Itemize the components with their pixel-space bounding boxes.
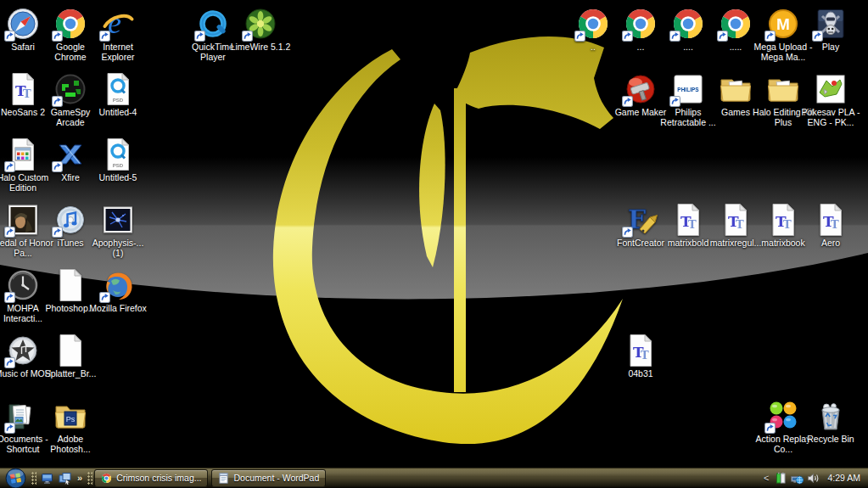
chrome-icon [624,7,658,41]
font-icon: TT [671,203,705,237]
ie-icon: e [101,7,135,41]
shortcut-arrow-icon [622,227,633,238]
gamespy-icon [53,72,87,106]
svg-text:T: T [23,87,31,100]
blankdoc-icon [53,334,87,367]
philips-icon: PHILIPS [671,72,705,106]
pokesav-icon [814,72,848,106]
power-status-icon[interactable] [775,472,787,485]
play-icon [814,7,848,41]
svg-text:T: T [783,218,792,231]
desktop-icon-aero[interactable]: TTAero [800,203,861,248]
shortcut-arrow-icon [812,31,823,42]
halodoc-icon [6,137,40,171]
taskbar-button-wordpad[interactable]: Document - WordPad [211,469,326,487]
desktop-icon-play[interactable]: Play [800,7,861,52]
show-desktop-button[interactable] [40,471,54,485]
shortcut-arrow-icon [622,96,633,107]
network-icon[interactable] [791,472,804,485]
svg-text:T: T [688,218,697,231]
photo-fractal-icon [101,203,135,237]
desktop-icon-limewire-5-1-2[interactable]: LimeWire 5.1.2 [230,7,291,52]
shortcut-arrow-icon [99,31,110,42]
shortcut-arrow-icon [52,96,63,107]
font-icon: TT [624,334,658,367]
desktop-icon-label: Adobe Photosh... [40,434,101,454]
folder-icon [719,72,753,106]
font-icon: TT [719,203,753,237]
font-icon: TT [766,203,800,237]
volume-icon[interactable] [807,472,820,485]
desktop-icon-label: LimeWire 5.1.2 [230,42,291,52]
desktop-icon-internet-explorer[interactable]: eInternet Explorer [87,7,148,62]
fontcreator-icon: F [624,203,658,237]
itunes-icon [53,203,87,237]
safari-icon [6,7,40,41]
shortcut-arrow-icon [99,292,110,303]
folder-ps-icon: Ps [53,399,87,433]
shortcut-arrow-icon [622,31,633,42]
quick-launch-grip[interactable] [31,472,36,485]
desktop-icon-untitled-4[interactable]: PSDUntitled-4 [87,72,148,117]
firefox-icon [101,268,135,302]
dots-icon [766,399,800,433]
quick-launch-overflow-chevron[interactable]: » [77,473,82,483]
desktop-icon-label: Internet Explorer [87,42,148,62]
xfire-icon [53,137,87,171]
desktop-icon-mozilla-firefox[interactable]: Mozilla Firefox [87,268,148,313]
shortcut-arrow-icon [764,423,776,434]
desktop-icon-label: Play [800,42,861,52]
svg-text:PSD: PSD [113,163,124,168]
folder-icon [766,72,800,106]
svg-text:PHILIPS: PHILIPS [677,87,699,93]
svg-text:M: M [776,15,790,33]
desktop-icon-untitled-5[interactable]: PSDUntitled-5 [87,137,148,182]
recycle-icon [814,399,848,433]
limewire-icon [244,7,277,41]
taskbar-button-label: Crimson crisis imag... [116,473,201,483]
desktop-icon-splatter-br[interactable]: Splatter_Br... [40,334,101,379]
desktop-icon-04b31[interactable]: TT04b31 [610,334,671,379]
desktop-icon-pokesav-pla-eng-pk[interactable]: Pokesav PLA - ENG - PK... [800,72,861,127]
desktop-icon-label: Apophysis-... (1) [87,238,148,258]
desktop-icon-adobe-photosh[interactable]: PsAdobe Photosh... [40,399,101,454]
shortcut-arrow-icon [669,96,680,107]
desktop-icon-label: Recycle Bin [800,434,861,444]
switch-windows-button[interactable] [58,471,72,485]
shortcut-arrow-icon [4,227,15,238]
start-button[interactable] [5,468,26,488]
mega-icon: M [766,7,800,41]
svg-text:PSD: PSD [113,98,124,103]
taskbar-clock[interactable]: 4:29 AM [827,473,860,483]
show-desktop-icon [41,472,53,485]
chrome-icon [576,7,610,41]
shortcut-arrow-icon [242,31,253,42]
desktop-icon-label: Splatter_Br... [40,368,101,379]
font-icon: TT [814,203,848,237]
shortcut-arrow-icon [574,31,585,42]
tray-expand-chevron[interactable]: < [764,473,769,483]
desktop-icon-label: Mozilla Firefox [87,303,148,313]
blankdoc-icon [53,268,87,302]
desktop-icon-label: Untitled-4 [87,107,148,117]
desktop-icon-label: Pokesav PLA - ENG - PK... [800,107,861,127]
photo-soldier-icon [6,203,40,237]
desktop-icon-label: 04b31 [610,368,671,379]
shortcut-arrow-icon [717,31,728,42]
taskbar-button-crimson-crisis[interactable]: Crimson crisis imag... [94,469,208,487]
star-icon [6,334,40,367]
system-tray: < 4:29 AM [761,472,868,485]
desktop-icon-label: Untitled-5 [87,172,148,182]
shortcut-arrow-icon [52,161,63,172]
chrome-icon [53,7,87,41]
chrome-icon [671,7,705,41]
taskbar-button-label: Document - WordPad [233,473,319,483]
svg-text:T: T [641,349,649,362]
desktop-icon-recycle-bin[interactable]: Recycle Bin [800,399,861,444]
taskbar: » Crimson crisis imag... Document - Word… [0,467,868,488]
chrome-icon [719,7,753,41]
taskband-grip[interactable] [87,472,92,485]
gamemaker-icon [624,72,658,106]
wordpad-document-icon [218,473,229,484]
desktop-icon-apophysis-1[interactable]: Apophysis-... (1) [87,203,148,258]
